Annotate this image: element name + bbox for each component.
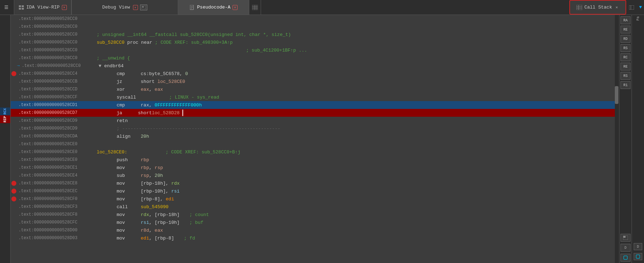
code-3: ; unsigned __int64 __fastcall sub_528CC0… <box>95 32 619 37</box>
debug-view-close[interactable]: ✕ <box>133 5 138 10</box>
tab-pseudocode-label: Pseudocode-A <box>197 5 230 10</box>
svg-rect-5 <box>142 6 144 7</box>
code-7: endbr64 <box>103 63 619 69</box>
addr-19: .text:00000000000528CE0 <box>17 157 95 162</box>
code-panel[interactable]: .text:00000000000528CC0 .text:0000000000… <box>11 15 619 263</box>
sidebar-icon-c[interactable] <box>621 254 630 262</box>
code-line-19: .text:00000000000528CE0 push rbp <box>11 156 619 164</box>
code-18: loc_528CE0: ; CODE XREF: sub_528CC0+B↑j <box>95 149 619 155</box>
addr-29: .text:00000000000528D03 <box>17 236 95 241</box>
code-26: mov rdx, [rbp-18h] ; count <box>95 212 619 217</box>
breakpoint-22[interactable] <box>11 181 16 186</box>
sidebar-icon-1[interactable] <box>621 234 630 242</box>
svg-rect-2 <box>19 8 21 10</box>
debug-view-title: Debug View <box>102 5 130 10</box>
code-10: xor eax, eax <box>95 87 619 92</box>
code-line-2: .text:00000000000528CC0 <box>11 23 619 31</box>
tab-ida-view-close[interactable]: ✕ <box>62 5 67 10</box>
tab-call-stack[interactable]: Call Stack ✕ <box>569 0 626 15</box>
bp-23 <box>11 189 17 194</box>
right-sidebar: RA RE RD RS RC RE RS R1 D <box>619 15 632 263</box>
breakpoint-24[interactable] <box>11 196 16 201</box>
svg-rect-15 <box>576 5 582 10</box>
addr-5: .text:00000000000528CC0 <box>17 48 95 53</box>
code-16: align 20h <box>95 134 619 139</box>
doc-icon <box>189 5 195 10</box>
code-20: mov rbp, rsp <box>95 165 619 170</box>
code-line-27: .text:00000000000528CFC mov rsi, [rbp-10… <box>11 219 619 226</box>
far-right-icon-d[interactable]: D <box>634 243 642 250</box>
code-line-16: .text:00000000000528CDA align 20h <box>11 132 619 140</box>
menu-icon[interactable]: ☰ <box>0 0 14 15</box>
addr-22: .text:00000000000528CE8 <box>17 181 95 186</box>
addr-9: .text:00000000000528CCB <box>17 79 95 84</box>
tab-call-stack-close[interactable]: ✕ <box>614 5 619 10</box>
code-line-1: .text:00000000000528CC0 <box>11 15 619 23</box>
code-line-24: .text:00000000000528CF0 mov [rbp-8], edi <box>11 195 619 203</box>
sidebar-btn-r1[interactable]: R1 <box>621 81 630 89</box>
code-line-10: .text:00000000000528CCD xor eax, eax <box>11 85 619 93</box>
code-line-15: .text:00000000000528CD9 ; --------------… <box>11 125 619 132</box>
sidebar-btn-re2[interactable]: RE <box>621 63 630 70</box>
svg-rect-1 <box>22 5 24 7</box>
bp-24 <box>11 196 17 201</box>
tab-bar: ☰ IDA View-RIP ✕ Debug View ✕ Pseudocode… <box>0 0 644 15</box>
code-line-8: .text:00000000000528CC4 cmp cs:byte_5C65… <box>11 70 619 78</box>
addr-15: .text:00000000000528CD9 <box>17 126 95 131</box>
code-27: mov rsi, [rbp-10h] ; buf <box>95 220 619 225</box>
scrollbar-track[interactable] <box>615 15 619 263</box>
code-25: call sub_545090 <box>95 204 619 210</box>
tab-ida-view[interactable]: IDA View-RIP ✕ <box>14 0 71 15</box>
breakpoint-23[interactable] <box>11 189 16 194</box>
tab-pseudocode[interactable]: Pseudocode-A ✕ <box>178 0 249 15</box>
breakpoint-8[interactable] <box>11 71 16 76</box>
bp-8 <box>11 71 17 76</box>
far-right-label-pa[interactable]: Pa <box>636 16 640 21</box>
far-right-icon-c[interactable] <box>634 253 642 260</box>
expand-icon[interactable]: ▼ <box>637 0 644 15</box>
addr-1: .text:00000000000528CC0 <box>17 16 95 21</box>
sidebar-btn-rd[interactable]: RD <box>621 35 630 43</box>
table-icon-btn[interactable] <box>249 0 261 15</box>
svg-rect-10 <box>252 5 258 10</box>
addr-24: .text:00000000000528CF0 <box>17 196 95 201</box>
addr-4: .text:00000000000528CC0 <box>17 40 95 45</box>
code-line-28: .text:00000000000528D00 mov r8d, eax <box>11 226 619 234</box>
sidebar-label-d[interactable]: D <box>621 244 630 252</box>
code-line-13: .text:00000000000528CD7 ja short loc_528… <box>11 109 619 117</box>
addr-16: .text:00000000000528CDA <box>17 134 95 139</box>
addr-11: .text:00000000000528CCF <box>17 95 95 100</box>
right-icon-btn[interactable] <box>626 0 637 15</box>
code-content: .text:00000000000528CC0 .text:0000000000… <box>11 15 619 263</box>
code-line-4: .text:00000000000528CC0 sub_528CC0 proc … <box>11 38 619 46</box>
code-9: jz short loc_528CE0 <box>95 79 619 84</box>
addr-27: .text:00000000000528CFC <box>17 220 95 225</box>
sidebar-btn-rs2[interactable]: RS <box>621 72 630 80</box>
svg-rect-22 <box>623 236 626 238</box>
code-19: push rbp <box>95 157 619 163</box>
bp-22 <box>11 181 17 186</box>
code-line-29: .text:00000000000528D03 mov edi, [rbp-8]… <box>11 234 619 242</box>
sidebar-btn-rc[interactable]: RC <box>621 53 630 61</box>
code-line-20: .text:00000000000528CE1 mov rbp, rsp <box>11 164 619 172</box>
debug-view-icon[interactable] <box>140 5 147 10</box>
hamburger-icon: ☰ <box>4 5 9 10</box>
rip-label: RIP <box>0 115 10 123</box>
addr-18: .text:00000000000528CE0 <box>17 149 95 154</box>
collapse-btn[interactable]: ▼ <box>99 63 101 69</box>
code-line-3: .text:00000000000528CC0 ; unsigned __int… <box>11 31 619 38</box>
code-line-7: → .text:00000000000528CC0 ▼ endbr64 <box>11 62 619 70</box>
code-line-5: .text:00000000000528CC0 ; sub_4C1200+1BF… <box>11 46 619 54</box>
far-right-panel: Pa D <box>632 15 644 263</box>
addr-6: .text:00000000000528CC0 <box>17 56 95 61</box>
tab-call-stack-label: Call Stack <box>584 5 612 10</box>
sidebar-btn-ra[interactable]: RA <box>621 16 630 24</box>
code-line-21: .text:00000000000528CE4 sub rsp, 20h <box>11 172 619 179</box>
code-5: ; sub_4C1200+1BF↑p ... <box>95 48 619 53</box>
sidebar-btn-rs1[interactable]: RS <box>621 44 630 52</box>
tab-pseudocode-close[interactable]: ✕ <box>233 5 238 10</box>
sidebar-btn-re1[interactable]: RE <box>621 26 630 33</box>
code-line-12: .text:00000000000528CD1 cmp rax, 0FFFFFF… <box>11 101 619 109</box>
code-line-14: .text:00000000000528CD9 retn <box>11 117 619 125</box>
scrollbar-thumb[interactable] <box>615 86 618 104</box>
